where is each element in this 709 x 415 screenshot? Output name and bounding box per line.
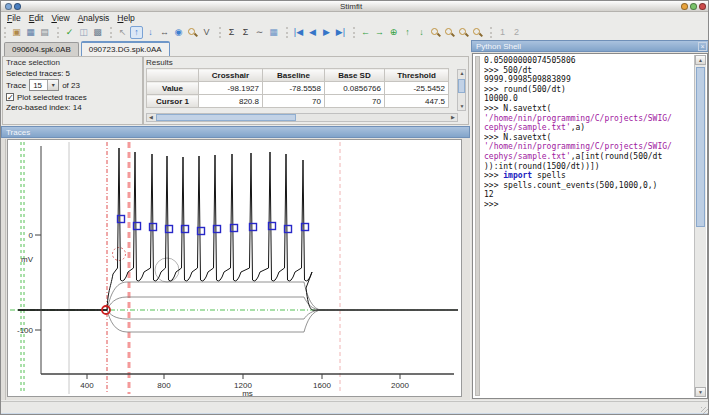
chevron-down-icon[interactable]: ▾ [47,80,58,90]
results-column-header: Base SD [325,69,385,82]
menu-edit[interactable]: Edit [27,13,50,24]
python-shell-body[interactable]: 0.05000000074505806>>> 500/dt9999.999850… [472,53,708,399]
scrollbar-thumb[interactable] [156,114,296,121]
zoom-in-y-icon[interactable] [457,26,470,39]
y-axis-label: mV [21,255,34,264]
tab-bar: 090604.spk.0AB090723.DG.spk.0AA [1,40,470,56]
results-title: Results [146,58,466,67]
scroll-up-icon[interactable]: ▲ [458,70,466,77]
scroll-left-icon[interactable]: ◀ [147,114,155,121]
table-icon[interactable]: ▦ [267,26,280,39]
shell-vertical-scrollbar[interactable]: ▲ ▼ [694,55,706,397]
channel-2-button[interactable]: 2 [510,26,523,39]
shell-line: )):int(round(1500/dt))]) [484,162,693,172]
trace-number-combobox[interactable]: 15 ▾ [29,79,59,91]
measure-up-icon[interactable]: ↑ [130,26,143,39]
eye-icon[interactable]: ◉ [172,26,185,39]
results-column-header: Threshold [385,69,449,82]
results-row-label: Cursor 1 [147,95,199,108]
shell-line: '/home/nin/programming/C/projects/SWIG/ [484,114,693,124]
titlebar[interactable]: Stimfit [1,1,709,12]
save-icon[interactable]: ▦ [24,26,37,39]
scrollbar-thumb[interactable] [696,67,705,227]
zoom-in-x-icon[interactable] [429,26,442,39]
sum-baseline-icon[interactable]: Σ [225,26,238,39]
snapshot-icon[interactable]: ▩ [91,26,104,39]
sum-peak-icon[interactable]: Σ [239,26,252,39]
open-file-icon[interactable]: ▣ [10,26,23,39]
traces-panel: Traces 0-100400800120016002000mVms [1,126,470,400]
results-cell: -78.5558 [263,82,325,95]
first-trace-icon[interactable]: |◀ [292,26,305,39]
python-shell-text[interactable]: 0.05000000074505806>>> 500/dt9999.999850… [484,56,693,396]
panel-drag-handle[interactable] [475,56,480,396]
pan-right-icon[interactable]: → [373,26,386,39]
menu-analysis[interactable]: Analysis [76,13,116,24]
export-icon[interactable]: ◫ [77,26,90,39]
trace-plot[interactable]: 0-100400800120016002000mVms [7,139,462,397]
subthreshold-trace [107,282,458,310]
results-horizontal-scrollbar[interactable]: ◀ ▶ [146,113,458,122]
scroll-down-icon[interactable]: ▼ [458,103,466,110]
scrollbar-thumb[interactable] [458,79,465,93]
file-tab-1[interactable]: 090723.DG.spk.0AA [81,41,170,56]
print-icon[interactable]: ▤ [38,26,51,39]
fit-curve-icon[interactable]: ∼ [253,26,266,39]
shell-line: 9999.9998509883899 [484,75,693,85]
zoom-in-x-icon [430,27,441,38]
window-pin-icon[interactable] [14,3,21,10]
trace-label: Trace [6,81,26,90]
file-tab-0[interactable]: 090604.spk.0AB [4,42,79,56]
apply-check-icon[interactable]: ✓ [63,26,76,39]
scroll-down-icon[interactable]: ▼ [695,387,706,397]
close-button[interactable] [699,3,706,10]
results-column-header: Baseline [263,69,325,82]
previous-trace-icon[interactable]: ◀ [306,26,319,39]
minimize-button[interactable] [681,3,688,10]
zoom-out-y-icon[interactable] [471,26,484,39]
traces-panel-title: Traces [6,128,30,137]
select-cursor-icon[interactable]: ↖ [116,26,129,39]
scale-up-icon[interactable]: ↑ [401,26,414,39]
of-total-label: of 23 [62,81,80,90]
window-menu-icon[interactable] [5,3,12,10]
channel-1-button[interactable]: 1 [496,26,509,39]
pan-left-icon[interactable]: ← [359,26,372,39]
python-shell-titlebar[interactable]: Python Shell × [471,40,709,52]
results-cell: -25.5452 [385,82,449,95]
shell-line: >>> N.savetxt( [484,104,693,114]
latency-v-icon[interactable]: V [200,26,213,39]
scroll-right-icon[interactable]: ▶ [449,114,457,121]
toolbar-group: ✓◫▩ [54,26,107,39]
last-trace-icon[interactable]: ▶| [334,26,347,39]
table-row: Value-98.1927-78.55580.0856766-25.5452 [147,82,449,95]
menu-file[interactable]: File [5,13,27,24]
fit-view-icon[interactable]: ⊕ [387,26,400,39]
results-table: CrosshairBaselineBase SDThresholdValue-9… [146,68,449,108]
close-icon[interactable]: × [698,42,707,51]
toolbar-group: |◀◀▶▶| [283,26,350,39]
menu-help[interactable]: Help [115,13,140,24]
scroll-up-icon[interactable]: ▲ [695,55,706,65]
y-tick-label: -100 [17,326,34,335]
next-trace-icon[interactable]: ▶ [320,26,333,39]
trace-plot-svg[interactable]: 0-100400800120016002000mVms [8,140,463,398]
zoom-icon[interactable] [186,26,199,39]
shell-line: >>> [484,200,693,210]
maximize-button[interactable] [690,3,697,10]
measure-down-icon[interactable]: ↓ [144,26,157,39]
zoom-out-x-icon[interactable] [443,26,456,39]
results-column-header [147,69,199,82]
scale-down-icon[interactable]: ↓ [415,26,428,39]
shell-line: >>> import spells [484,171,693,181]
fit-width-icon[interactable]: ↔ [158,26,171,39]
results-column-header: Crosshair [199,69,263,82]
x-tick-label: 2000 [391,381,409,390]
traces-panel-titlebar[interactable]: Traces [1,126,470,138]
resize-grip[interactable] [701,407,709,415]
panel-drag-handle[interactable] [1,139,6,400]
plot-selected-checkbox[interactable]: ✓ [6,93,14,101]
x-tick-label: 800 [157,381,171,390]
menu-view[interactable]: View [49,13,75,24]
results-vertical-scrollbar[interactable]: ▲ ▼ [457,69,466,111]
